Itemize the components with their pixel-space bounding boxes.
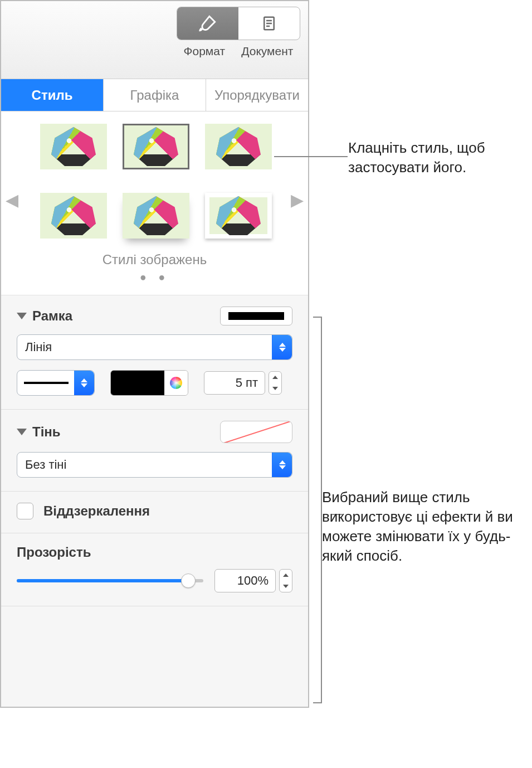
- frame-title: Рамка: [32, 308, 72, 324]
- inspector-tabs: Стиль Графіка Упорядкувати: [1, 79, 308, 111]
- image-styles-gallery: ◀ ▶ Стилі зображень ● ●: [1, 111, 308, 295]
- shadow-none-swatch[interactable]: [220, 421, 292, 443]
- chevron-down-icon: [272, 387, 278, 390]
- color-picker-button[interactable]: [164, 371, 188, 395]
- reflection-checkbox[interactable]: [17, 503, 33, 519]
- stroke-width-input[interactable]: 5 пт: [204, 371, 265, 395]
- frame-type-value: Лінія: [25, 340, 52, 354]
- frame-preview-swatch[interactable]: [220, 307, 292, 325]
- format-inspector-panel: Формат Документ Стиль Графіка Упорядкува…: [0, 0, 309, 708]
- reflection-section: Віддзеркалення: [1, 492, 308, 533]
- style-thumb-5[interactable]: [123, 193, 189, 239]
- frame-type-combo[interactable]: Лінія: [17, 334, 292, 360]
- opacity-section: Прозорість 100%: [1, 533, 308, 606]
- opacity-value: 100%: [237, 573, 269, 588]
- combo-stepper-icon: [272, 335, 292, 359]
- gallery-next-button[interactable]: ▶: [291, 189, 304, 209]
- inspector-segmented-control: [177, 7, 300, 40]
- chevron-down-icon: [283, 585, 289, 588]
- chevron-up-icon: [283, 573, 289, 577]
- style-thumb-6[interactable]: [205, 193, 272, 239]
- combo-stepper-icon: [74, 371, 94, 395]
- style-thumb-3[interactable]: [205, 124, 272, 169]
- brush-icon: [198, 14, 217, 33]
- shadow-type-combo[interactable]: Без тіні: [17, 452, 292, 478]
- tab-style[interactable]: Стиль: [1, 79, 104, 111]
- frame-disclosure-icon[interactable]: [17, 313, 27, 319]
- opacity-stepper[interactable]: [279, 569, 292, 592]
- callout-bracket: [313, 317, 322, 703]
- line-style-combo[interactable]: [17, 370, 95, 396]
- style-thumb-2-selected[interactable]: [123, 124, 189, 169]
- slider-knob[interactable]: [181, 573, 196, 588]
- stroke-width-field: 5 пт: [204, 371, 282, 395]
- style-thumb-1[interactable]: [40, 124, 107, 169]
- tab-graphic[interactable]: Графіка: [104, 79, 206, 111]
- gallery-prev-button[interactable]: ◀: [6, 189, 18, 209]
- callout-apply-style: Клацніть стиль, щоб застосувати його.: [348, 138, 521, 177]
- color-wheel-icon: [169, 376, 183, 390]
- opacity-slider[interactable]: [17, 579, 203, 582]
- shadow-title: Тінь: [32, 424, 61, 440]
- stroke-width-value: 5 пт: [236, 376, 258, 390]
- opacity-field: 100%: [214, 569, 292, 592]
- format-segment[interactable]: [177, 7, 238, 40]
- callout-leader-line: [274, 156, 348, 157]
- style-thumb-4[interactable]: [40, 193, 107, 239]
- format-label: Формат: [184, 45, 226, 58]
- chevron-up-icon: [272, 376, 278, 379]
- combo-stepper-icon: [272, 453, 292, 477]
- gallery-title: Стилі зображень: [17, 252, 292, 268]
- shadow-section: Тінь Без тіні: [1, 410, 308, 492]
- svg-point-4: [170, 377, 182, 389]
- frame-section: Рамка Лінія: [1, 295, 308, 410]
- opacity-input[interactable]: 100%: [214, 569, 276, 592]
- shadow-disclosure-icon[interactable]: [17, 429, 27, 435]
- segment-labels: Формат Документ: [175, 45, 301, 58]
- stroke-width-stepper[interactable]: [269, 371, 282, 395]
- frame-color-well[interactable]: [110, 370, 188, 396]
- reflection-label: Віддзеркалення: [43, 503, 150, 519]
- document-label: Документ: [241, 45, 293, 58]
- inspector-toolbar: Формат Документ: [1, 1, 308, 79]
- frame-color-swatch[interactable]: [111, 371, 164, 395]
- opacity-title: Прозорість: [17, 545, 292, 560]
- tab-arrange[interactable]: Упорядкувати: [206, 79, 308, 111]
- document-icon: [261, 14, 277, 33]
- shadow-type-value: Без тіні: [25, 458, 66, 472]
- gallery-page-dots[interactable]: ● ●: [17, 271, 292, 284]
- callout-effects: Вибраний вище стиль використовує ці ефек…: [322, 488, 528, 566]
- document-segment[interactable]: [238, 7, 300, 40]
